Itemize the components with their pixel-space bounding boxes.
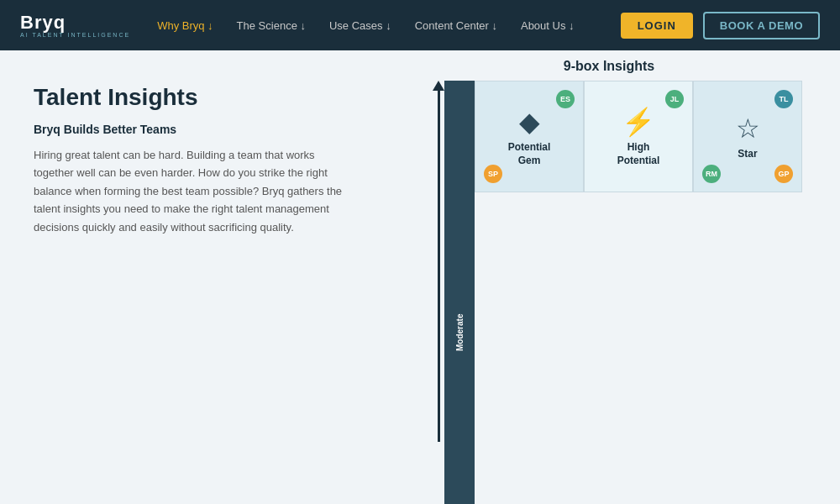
nav-use-cases[interactable]: Use Cases ↓ <box>329 19 391 32</box>
grid-wrapper: Moderate ES ◆ PotentialGem SP <box>444 81 802 504</box>
box-label-high-potential: HighPotential <box>617 141 660 167</box>
avatar-jl: JL <box>665 90 684 108</box>
avatar-sp: SP <box>484 165 502 183</box>
talent-insights-subheading: Bryq Builds Better Teams <box>34 123 353 136</box>
chart-with-arrow: Moderate ES ◆ PotentialGem SP <box>433 81 802 504</box>
logo-text: Bryq <box>20 13 130 32</box>
avatar-tl: TL <box>774 90 793 108</box>
grid-row-0: Moderate ES ◆ PotentialGem SP <box>444 81 802 504</box>
nav-why-bryq[interactable]: Why Bryq ↓ <box>157 19 213 32</box>
nav-the-science[interactable]: The Science ↓ <box>237 19 306 32</box>
navigation: Bryq AI TALENT INTELLIGENCE Why Bryq ↓ T… <box>0 0 840 50</box>
right-panel: 9-box Insights Predicted Performance (Br… <box>386 50 840 504</box>
box-label-star: Star <box>738 148 757 161</box>
box-star: TL ☆ Star RM GP <box>693 81 802 192</box>
book-demo-button[interactable]: BOOK A DEMO <box>703 12 820 39</box>
y-axis-arrow <box>433 81 444 442</box>
logo-subtitle: AI TALENT INTELLIGENCE <box>20 32 130 38</box>
arrow-head <box>433 81 444 91</box>
box-label-potential-gem: PotentialGem <box>508 141 551 167</box>
nav-links: Why Bryq ↓ The Science ↓ Use Cases ↓ Con… <box>157 19 621 32</box>
box-potential-gem: ES ◆ PotentialGem SP <box>475 81 584 192</box>
avatar-es: ES <box>556 90 575 108</box>
nav-actions: LOGIN BOOK A DEMO <box>621 12 820 39</box>
chart-area: Predicted Performance (Bryq Score) <box>416 81 802 504</box>
row-label-text-0: Moderate <box>444 81 475 504</box>
logo: Bryq AI TALENT INTELLIGENCE <box>20 13 130 38</box>
nav-about-us[interactable]: About Us ↓ <box>521 19 575 32</box>
avatar-rm: RM <box>702 165 721 183</box>
avatar-gp: GP <box>774 165 793 183</box>
login-button[interactable]: LOGIN <box>621 13 693 39</box>
nav-content-center[interactable]: Content Center ↓ <box>415 19 497 32</box>
arrow-and-grid: Moderate ES ◆ PotentialGem SP <box>433 81 802 504</box>
gem-icon: ◆ <box>519 106 540 138</box>
talent-insights-heading: Talent Insights <box>34 84 353 111</box>
star-icon: ☆ <box>736 113 760 144</box>
grid-rows: Moderate ES ◆ PotentialGem SP <box>444 81 802 504</box>
arrow-line <box>438 91 440 442</box>
row-label-0: Moderate <box>444 81 475 504</box>
talent-insights-body: Hiring great talent can be hard. Buildin… <box>34 146 353 236</box>
left-panel: Talent Insights Bryq Builds Better Teams… <box>0 50 386 504</box>
main-content: Talent Insights Bryq Builds Better Teams… <box>0 50 840 504</box>
chart-title: 9-box Insights <box>564 59 654 74</box>
bolt-icon: ⚡ <box>622 106 655 138</box>
box-high-potential: JL ⚡ HighPotential <box>584 81 693 192</box>
